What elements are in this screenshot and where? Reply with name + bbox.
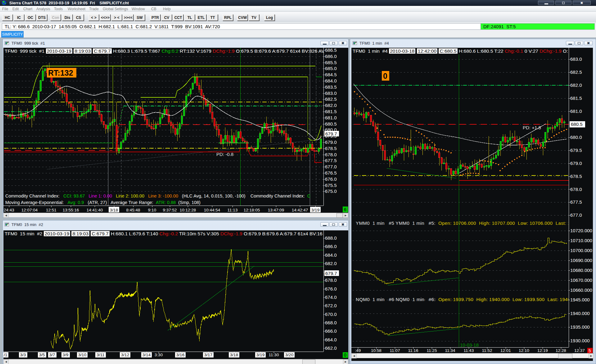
svg-text:664.0: 664.0 bbox=[325, 337, 337, 342]
svg-text:678.0: 678.0 bbox=[325, 277, 337, 283]
svg-text:3/17: 3/17 bbox=[204, 353, 212, 357]
svg-text:676.0: 676.0 bbox=[325, 286, 337, 291]
svg-text:13:47:09: 13:47:09 bbox=[268, 208, 284, 212]
svg-text:684.0: 684.0 bbox=[325, 252, 337, 258]
svg-text:11:13: 11:13 bbox=[228, 208, 238, 212]
svg-text:12:51: 12:51 bbox=[46, 208, 56, 212]
svg-text:9:10: 9:10 bbox=[148, 208, 156, 212]
svg-text::49: :49 bbox=[355, 348, 361, 353]
svg-text:677.5: 677.5 bbox=[325, 158, 337, 163]
svg-text:10:12:28: 10:12:28 bbox=[180, 208, 196, 212]
svg-text:11:30: 11:30 bbox=[269, 353, 279, 357]
svg-text:680.5: 680.5 bbox=[325, 121, 337, 127]
svg-text:682.0: 682.0 bbox=[570, 82, 582, 88]
svg-text:10690.000: 10690.000 bbox=[570, 258, 592, 263]
svg-text:677.0: 677.0 bbox=[570, 212, 582, 218]
svg-text:3/19: 3/19 bbox=[256, 353, 264, 357]
svg-text:682.5: 682.5 bbox=[325, 96, 337, 102]
svg-text:678.0: 678.0 bbox=[325, 152, 337, 157]
svg-text:3:30: 3:30 bbox=[155, 353, 163, 357]
svg-text:3/19: 3/19 bbox=[311, 208, 319, 212]
svg-text:1945.000: 1945.000 bbox=[570, 297, 590, 302]
svg-text:679.0: 679.0 bbox=[325, 140, 337, 145]
svg-text:9:37:52: 9:37:52 bbox=[163, 208, 177, 212]
svg-text:674.0: 674.0 bbox=[325, 295, 337, 300]
svg-text:3/18: 3/18 bbox=[110, 208, 118, 212]
svg-text:662.0: 662.0 bbox=[325, 345, 337, 351]
svg-text:10:58: 10:58 bbox=[371, 348, 382, 353]
svg-text:10660.000: 10660.000 bbox=[570, 287, 592, 293]
svg-text:11:52: 11:52 bbox=[482, 348, 492, 353]
svg-text:10670.000: 10670.000 bbox=[570, 277, 592, 283]
svg-text:1935.000: 1935.000 bbox=[570, 324, 590, 330]
svg-text:12:37: 12:37 bbox=[574, 348, 585, 353]
svg-text:688.0: 688.0 bbox=[325, 235, 337, 241]
svg-text:3/10: 3/10 bbox=[78, 353, 86, 357]
svg-text:666.0: 666.0 bbox=[325, 328, 337, 334]
svg-text:670.0: 670.0 bbox=[325, 312, 337, 317]
svg-text:681.5: 681.5 bbox=[570, 95, 582, 101]
svg-text:3/18: 3/18 bbox=[230, 353, 238, 357]
svg-text:675.5: 675.5 bbox=[325, 183, 337, 188]
svg-text:14:41:40: 14:41:40 bbox=[87, 208, 103, 212]
svg-text:12:10: 12:10 bbox=[519, 348, 529, 353]
svg-text:679.0: 679.0 bbox=[570, 161, 582, 166]
svg-text:3/3: 3/3 bbox=[20, 353, 26, 357]
svg-text:10720.000: 10720.000 bbox=[570, 228, 592, 233]
svg-text:11:07: 11:07 bbox=[390, 348, 400, 353]
svg-text:686.5: 686.5 bbox=[325, 48, 337, 53]
svg-text:3/9: 3/9 bbox=[63, 353, 69, 357]
svg-text:679.7: 679.7 bbox=[325, 131, 337, 136]
svg-text:686.0: 686.0 bbox=[325, 244, 337, 249]
svg-text:682.0: 682.0 bbox=[325, 103, 337, 108]
svg-text:6: 6 bbox=[344, 207, 346, 212]
svg-text:3/12: 3/12 bbox=[121, 353, 129, 357]
svg-text:PD: +1.8: PD: +1.8 bbox=[523, 125, 541, 130]
svg-text:681.0: 681.0 bbox=[325, 115, 337, 120]
svg-text:13:55:16: 13:55:16 bbox=[63, 208, 79, 212]
svg-text:668.0: 668.0 bbox=[325, 320, 337, 325]
svg-text:0: 0 bbox=[344, 353, 346, 357]
svg-text:10:44:54: 10:44:54 bbox=[204, 208, 220, 212]
svg-text:679.5: 679.5 bbox=[570, 148, 582, 153]
svg-text:686.0: 686.0 bbox=[325, 54, 337, 59]
svg-text:676.0: 676.0 bbox=[325, 176, 337, 182]
svg-text:0: 0 bbox=[383, 72, 387, 80]
svg-text:12:18:05: 12:18:05 bbox=[244, 208, 260, 212]
svg-text:11:25: 11:25 bbox=[427, 348, 437, 353]
svg-text:685.0: 685.0 bbox=[325, 66, 337, 71]
svg-text:3/5: 3/5 bbox=[39, 353, 45, 357]
svg-text:680.0: 680.0 bbox=[570, 135, 582, 140]
svg-text:3/16: 3/16 bbox=[176, 353, 184, 357]
svg-text:3/20: 3/20 bbox=[285, 353, 293, 357]
svg-text:5: 5 bbox=[589, 348, 591, 353]
svg-text:12:01: 12:01 bbox=[500, 348, 511, 353]
svg-text:12:28: 12:28 bbox=[556, 348, 566, 353]
svg-text:685.5: 685.5 bbox=[325, 60, 337, 65]
svg-text:11:43: 11:43 bbox=[464, 348, 474, 353]
svg-text:10700.000: 10700.000 bbox=[570, 248, 592, 253]
svg-text:681.0: 681.0 bbox=[570, 109, 582, 114]
svg-text:3/11: 3/11 bbox=[97, 353, 104, 357]
svg-text:682.5: 682.5 bbox=[570, 69, 582, 75]
svg-text:679.7: 679.7 bbox=[325, 271, 337, 276]
svg-text:672.0: 672.0 bbox=[325, 303, 337, 308]
svg-text:12:19: 12:19 bbox=[537, 348, 548, 353]
svg-text:675.0: 675.0 bbox=[325, 189, 337, 194]
svg-text:1940.000: 1940.000 bbox=[570, 311, 590, 316]
svg-text:10-03-18: 10-03-18 bbox=[460, 342, 479, 348]
svg-text:NQM0 1 min #6 NQM0 1 min: NQM0 1 min #6 NQM0 1 min #6: Open: 1939.… bbox=[356, 297, 575, 302]
svg-text:683.5: 683.5 bbox=[325, 84, 337, 90]
svg-text:683.0: 683.0 bbox=[325, 91, 337, 96]
svg-text:YMM0 1 min #5 YMM0 1 min: YMM0 1 min #5 YMM0 1 min #5: Open: 10706… bbox=[356, 220, 573, 226]
svg-text:683.0: 683.0 bbox=[570, 56, 582, 62]
svg-text:678.0: 678.0 bbox=[570, 187, 582, 192]
svg-text:10680.000: 10680.000 bbox=[570, 268, 592, 273]
svg-text:12:07:04: 12:07:04 bbox=[21, 208, 38, 212]
svg-text:14:42:47: 14:42:47 bbox=[292, 208, 308, 212]
svg-text:1930.000: 1930.000 bbox=[570, 338, 590, 343]
svg-text:RT:132: RT:132 bbox=[48, 69, 73, 77]
svg-text:11:16: 11:16 bbox=[408, 348, 418, 353]
svg-text:3/7: 3/7 bbox=[49, 353, 55, 357]
svg-text:682.0: 682.0 bbox=[325, 261, 337, 266]
